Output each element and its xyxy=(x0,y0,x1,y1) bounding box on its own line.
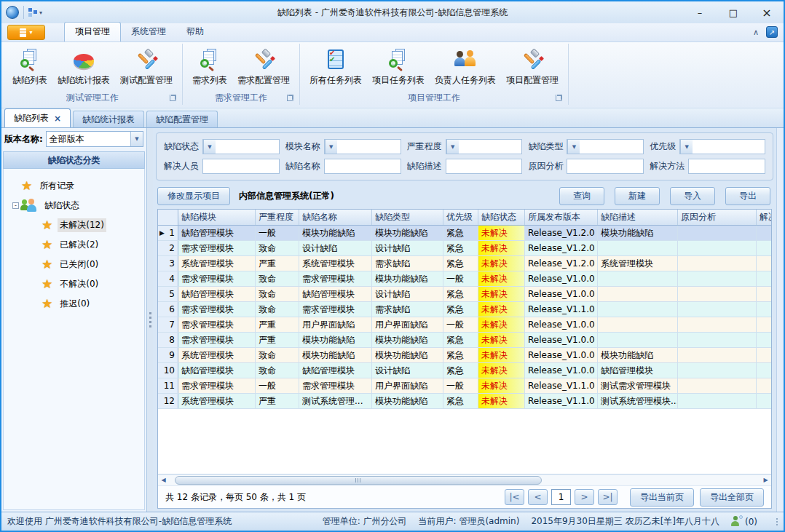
ribbon-button[interactable]: 项目任务列表 xyxy=(367,45,430,87)
table-cell[interactable]: Release_V1.0.0 xyxy=(525,271,598,286)
table-cell[interactable]: 严重 xyxy=(256,317,299,332)
last-page-button[interactable]: >| xyxy=(598,489,618,505)
column-header[interactable]: 所属发布版本 xyxy=(525,210,598,225)
filter-input[interactable] xyxy=(688,159,765,174)
filter-select[interactable]: ▼ xyxy=(679,139,765,154)
column-header[interactable]: 缺陷类型 xyxy=(372,210,443,225)
table-cell[interactable]: 紧急 xyxy=(443,333,478,347)
table-cell[interactable]: 致命 xyxy=(256,287,299,301)
table-cell[interactable]: Release_V1.1.0 xyxy=(525,302,598,317)
table-row[interactable]: 9系统管理模块致命模块功能缺陷模块功能缺陷紧急未解决Release_V1.0.0… xyxy=(158,348,771,363)
table-cell[interactable]: 缺陷管理模块 xyxy=(178,363,256,378)
table-cell[interactable]: 缺陷管理模块 xyxy=(178,226,256,240)
table-cell[interactable]: 系统管理模块 xyxy=(178,256,256,271)
row-number-cell[interactable]: 10 xyxy=(158,363,178,378)
row-number-cell[interactable]: 2 xyxy=(158,241,178,255)
ribbon-button[interactable]: 测试配置管理 xyxy=(115,45,178,87)
action-button[interactable]: 导出 xyxy=(725,187,770,205)
table-cell[interactable]: 致命 xyxy=(256,302,299,317)
table-cell[interactable]: Release_V1.0.0 xyxy=(525,317,598,332)
table-cell[interactable]: 模块功能缺陷 xyxy=(372,271,443,286)
table-cell[interactable]: 系统管理模块 xyxy=(178,394,256,408)
column-header[interactable]: 缺陷模块 xyxy=(178,210,256,225)
table-cell[interactable]: 需求管理模块 xyxy=(178,271,256,286)
table-cell[interactable] xyxy=(598,317,678,332)
tree-item[interactable]: ★推迟(0) xyxy=(12,294,144,314)
document-tab[interactable]: 缺陷列表× xyxy=(4,108,71,127)
table-cell[interactable]: 设计缺陷 xyxy=(299,241,372,255)
table-cell[interactable]: 未解决 xyxy=(478,241,525,255)
table-cell[interactable]: 紧急 xyxy=(443,256,478,271)
prev-page-button[interactable]: < xyxy=(528,489,548,505)
table-cell[interactable]: 致命 xyxy=(256,271,299,286)
ribbon-tab[interactable]: 系统管理 xyxy=(121,23,176,41)
scrollbar-thumb[interactable] xyxy=(175,476,541,485)
table-row[interactable]: 3系统管理模块严重系统管理模块需求缺陷紧急未解决Release_V1.2.0系统… xyxy=(158,256,771,271)
table-cell[interactable]: 未解决 xyxy=(478,378,525,393)
export-all-pages-button[interactable]: 导出全部页 xyxy=(700,488,764,507)
table-cell[interactable] xyxy=(678,317,757,332)
table-row[interactable]: 4需求管理模块致命需求管理模块模块功能缺陷一般未解决Release_V1.0.0 xyxy=(158,271,771,287)
table-cell[interactable]: 严重 xyxy=(256,333,299,347)
table-cell[interactable] xyxy=(598,333,678,347)
ribbon-button[interactable]: 缺陷列表 xyxy=(7,45,52,87)
row-number-cell[interactable]: 4 xyxy=(158,271,178,286)
table-row[interactable]: ▶1缺陷管理模块一般模块功能缺陷模块功能缺陷紧急未解决Release_V1.2.… xyxy=(158,226,771,241)
row-number-cell[interactable]: 7 xyxy=(158,317,178,332)
table-cell[interactable] xyxy=(678,378,757,393)
table-cell[interactable]: 紧急 xyxy=(443,363,478,378)
table-cell[interactable]: Release_V1.0.0 xyxy=(525,348,598,362)
table-cell[interactable] xyxy=(598,302,678,317)
tree-item[interactable]: ★不解决(0) xyxy=(12,274,144,294)
table-cell[interactable] xyxy=(757,256,771,271)
table-cell[interactable]: 设计缺陷 xyxy=(372,241,443,255)
table-cell[interactable] xyxy=(678,226,757,240)
table-cell[interactable]: 紧急 xyxy=(443,287,478,301)
table-cell[interactable]: Release_V1.1.0 xyxy=(525,394,598,408)
filter-input[interactable] xyxy=(324,159,401,174)
table-cell[interactable]: 用户界面缺陷 xyxy=(372,317,443,332)
table-cell[interactable]: Release_V1.0.0 xyxy=(525,363,598,378)
table-cell[interactable]: 需求缺陷 xyxy=(372,256,443,271)
table-cell[interactable]: 未解决 xyxy=(478,302,525,317)
dropdown-arrow-icon[interactable]: ▼ xyxy=(567,140,580,154)
table-cell[interactable]: 紧急 xyxy=(443,394,478,408)
table-cell[interactable] xyxy=(678,348,757,362)
table-cell[interactable]: 需求管理模块 xyxy=(178,302,256,317)
table-cell[interactable] xyxy=(598,271,678,286)
table-cell[interactable] xyxy=(678,241,757,255)
table-cell[interactable]: 模块功能缺陷 xyxy=(598,226,678,240)
dropdown-arrow-icon[interactable]: ▼ xyxy=(203,140,216,154)
table-cell[interactable]: 致命 xyxy=(256,348,299,362)
ribbon-tab[interactable]: 帮助 xyxy=(176,23,214,41)
table-cell[interactable]: 测试系统管理模块... xyxy=(598,394,678,408)
table-row[interactable]: 11需求管理模块一般需求管理模块用户界面缺陷一般未解决Release_V1.1.… xyxy=(158,378,771,394)
table-cell[interactable]: 致命 xyxy=(256,363,299,378)
table-cell[interactable] xyxy=(598,241,678,255)
filter-input[interactable] xyxy=(567,159,644,174)
table-cell[interactable]: 系统管理模块 xyxy=(299,256,372,271)
row-number-cell[interactable]: 6 xyxy=(158,302,178,317)
application-menu-button[interactable]: ▾ xyxy=(7,25,45,40)
table-cell[interactable]: 模块功能缺陷 xyxy=(372,348,443,362)
scroll-right-icon[interactable]: ▶ xyxy=(760,477,771,483)
table-cell[interactable] xyxy=(757,333,771,347)
table-cell[interactable] xyxy=(678,394,757,408)
action-button[interactable]: 导入 xyxy=(670,187,715,205)
table-cell[interactable] xyxy=(757,287,771,301)
tree-item[interactable]: -缺陷状态 xyxy=(12,196,144,215)
table-cell[interactable]: 紧急 xyxy=(443,348,478,362)
column-header[interactable]: 缺陷描述 xyxy=(598,210,678,225)
table-cell[interactable] xyxy=(757,226,771,240)
table-cell[interactable] xyxy=(757,394,771,408)
table-cell[interactable]: 未解决 xyxy=(478,256,525,271)
table-cell[interactable]: Release_V1.1.0 xyxy=(525,378,598,393)
page-number-input[interactable] xyxy=(551,489,571,505)
ribbon-button[interactable]: 需求列表 xyxy=(187,45,232,87)
table-cell[interactable] xyxy=(678,302,757,317)
row-number-cell[interactable]: 5 xyxy=(158,287,178,301)
table-row[interactable]: 10缺陷管理模块致命缺陷管理模块设计缺陷紧急未解决Release_V1.0.0缺… xyxy=(158,363,771,378)
row-number-cell[interactable]: 8 xyxy=(158,333,178,347)
table-cell[interactable] xyxy=(757,271,771,286)
dropdown-arrow-icon[interactable]: ▼ xyxy=(680,140,693,154)
